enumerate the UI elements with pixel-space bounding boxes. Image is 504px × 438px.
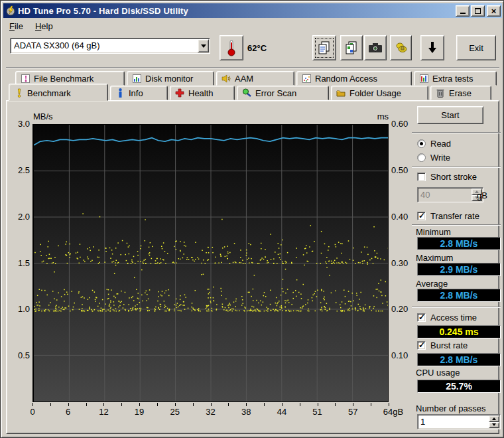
x-axis-tick-mark [371,403,371,406]
options-button[interactable] [390,35,412,60]
short-stroke-value: 40 [420,190,430,200]
read-radio-row[interactable]: Read [417,139,451,149]
tab-label: Disk monitor [145,74,193,84]
tab-erase[interactable]: Erase [430,86,491,100]
left-axis-tick-label: 1.5 [13,258,30,268]
tab-label: AAM [235,74,253,84]
read-radio[interactable] [417,139,426,148]
exit-button[interactable]: Exit [456,35,496,60]
maximize-button[interactable] [471,5,485,17]
screenshot-button[interactable] [364,35,387,60]
device-select-value: ADATA SX300 (64 gB) [14,40,100,50]
start-label: Start [441,110,459,120]
x-axis-tick-mark [157,403,158,406]
tab-label: Info [129,88,143,98]
thermometer-icon [227,39,236,56]
cpu-usage-value-box: 25.7% [417,380,501,393]
x-axis-tick-label: 6 [58,407,78,417]
access-time-value: 0.245 ms [439,327,478,337]
x-axis-tick-mark [175,403,176,406]
device-select[interactable]: ADATA SX300 (64 gB) [10,38,210,54]
access-time-row[interactable]: Access time [417,313,477,323]
burst-rate-checkbox[interactable] [417,341,426,350]
x-axis-tick-mark [335,403,336,406]
folder-icon [336,88,346,98]
menu-help[interactable]: Help [29,20,59,33]
passes-label: Number of passes [416,403,486,413]
maximum-value: 2.9 MB/s [440,264,478,275]
x-axis-tick-mark [50,403,51,406]
tab-random-access[interactable]: Random Access [296,71,412,86]
short-stroke-spinner[interactable]: 40 [417,187,483,202]
average-value-box: 2.8 MB/s [417,289,501,302]
menu-bar: File Help [3,19,502,33]
temperature-value: 62°C [247,43,267,53]
right-axis-tick-label: 0.10 [391,350,414,360]
benchmark-chart [32,124,389,402]
health-cross-icon [175,88,184,98]
device-select-dropdown-button[interactable] [198,39,209,52]
burst-rate-row[interactable]: Burst rate [417,340,468,350]
short-stroke-label: Short stroke [430,172,477,182]
transfer-rate-checkbox[interactable] [417,212,426,220]
app-window: HD Tune Pro 5.70 - Hard Disk/SSD Utility… [0,0,504,438]
x-axis-tick-mark [103,403,104,406]
x-axis-tick-label: 64gB [379,407,408,417]
left-axis-tick-label: 3.0 [13,119,30,129]
app-icon [5,5,16,16]
disk-monitor-icon [132,74,141,83]
tab-info[interactable]: Info [110,86,168,100]
down-arrow-icon [427,41,438,54]
copy-image-button[interactable] [340,35,363,60]
save-results-button[interactable] [420,35,444,60]
x-axis-tick-mark [211,403,212,406]
x-axis-tick-label: 57 [343,407,363,417]
tab-error-scan[interactable]: Error Scan [237,86,329,100]
tab-aam[interactable]: AAM [216,71,294,86]
x-axis-tick-label: 32 [201,407,221,417]
start-button[interactable]: Start [417,106,483,124]
write-radio[interactable] [417,153,426,162]
divider [412,224,501,226]
close-button[interactable]: × [487,5,501,17]
right-axis-tick-label: 0.60 [391,119,414,129]
x-axis-tick-mark [389,403,389,406]
write-radio-row[interactable]: Write [417,153,450,163]
tab-extra-tests[interactable]: Extra tests [414,71,497,86]
passes-spinner[interactable]: 1 [417,414,501,429]
short-stroke-row[interactable]: Short stroke [417,172,477,182]
tab-folder-usage[interactable]: Folder Usage [331,86,428,100]
transfer-rate-row[interactable]: Transfer rate [417,211,479,221]
transfer-rate-label: Transfer rate [430,211,479,221]
short-stroke-checkbox[interactable] [417,173,426,181]
x-axis-tick-mark [282,403,283,406]
tab-benchmark-active[interactable]: Benchmark [9,84,108,101]
x-axis-tick-label: 44 [272,407,292,417]
tab-disk-monitor[interactable]: Disk monitor [127,71,214,86]
spin-down-button[interactable] [489,422,499,429]
copy-text-button[interactable] [312,35,336,60]
benchmark-icon [14,88,23,98]
copy-image-icon [345,40,358,55]
x-axis-tick-mark [68,403,69,406]
random-access-icon [302,74,311,83]
spin-up-icon [492,417,496,420]
right-axis-tick-label: 0.40 [391,212,414,222]
minimize-button[interactable] [456,5,470,17]
spin-up-button[interactable] [489,415,499,422]
right-axis-tick-label: 0.30 [391,258,414,268]
x-axis-tick-label: 25 [165,407,185,417]
left-axis-tick-label: 2.0 [13,212,30,222]
temperature-button[interactable] [220,35,243,60]
tab-label: Extra tests [432,74,473,84]
average-label: Average [416,279,448,289]
cpu-usage-value: 25.7% [446,381,472,392]
divider [412,307,501,308]
access-time-checkbox[interactable] [417,313,426,322]
tab-health[interactable]: Health [170,86,235,100]
gold-hand-icon [395,41,408,54]
menu-file[interactable]: File [3,20,29,33]
x-axis-tick-mark [353,403,353,406]
right-axis-tick-label: 0.50 [391,165,414,175]
access-time-label: Access time [430,313,477,323]
